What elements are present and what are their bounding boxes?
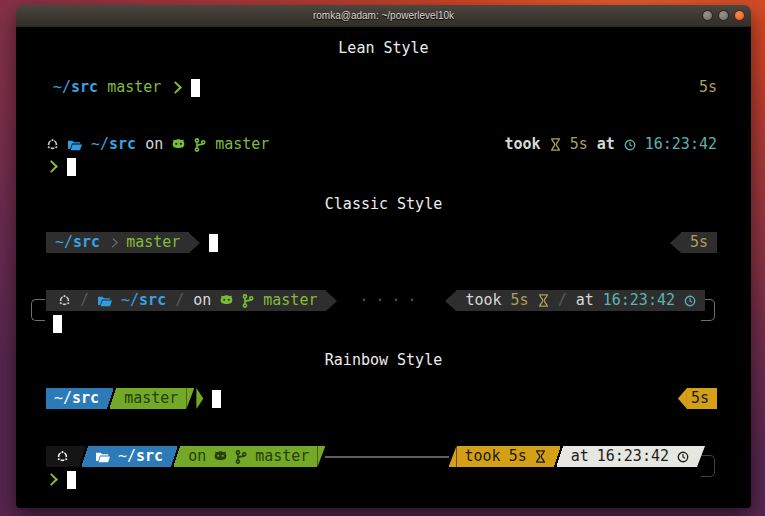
git-branch-label: master — [255, 446, 309, 467]
on-label: on — [188, 446, 206, 467]
github-octocat-icon — [214, 451, 227, 463]
powerline-right-segment: 5s — [678, 388, 717, 409]
current-directory: ~/src — [54, 388, 99, 409]
folder-icon — [98, 295, 112, 307]
chevron-right-icon — [169, 81, 182, 94]
terminal-cursor — [209, 234, 218, 252]
classic-prompt-two-line-top: / ~/src / on master ···· — [46, 290, 705, 311]
git-branch-icon — [194, 138, 206, 152]
section-title-rainbow: Rainbow Style — [16, 350, 751, 371]
duration-label: 5s — [690, 232, 708, 253]
powerline-arrow-icon — [189, 233, 200, 253]
maximize-button[interactable] — [718, 10, 729, 21]
folder-icon — [68, 139, 82, 151]
ubuntu-logo-icon — [58, 294, 71, 307]
duration-label: 5s — [511, 290, 529, 311]
took-label: took — [505, 134, 541, 155]
git-branch-label: master — [215, 134, 269, 155]
at-label: at — [597, 134, 615, 155]
powerline-end-icon — [317, 446, 325, 467]
on-label: on — [193, 290, 211, 311]
current-directory: ~/src — [121, 290, 166, 311]
window-controls — [702, 5, 745, 26]
powerline-end-icon — [697, 446, 705, 467]
hourglass-icon — [538, 294, 549, 307]
terminal-screen[interactable]: Lean Style ~/src master 5s — [16, 27, 751, 508]
powerline-arrow-icon — [670, 233, 681, 253]
ubuntu-logo-icon — [56, 450, 69, 463]
current-directory: ~/src — [55, 232, 100, 253]
duration-label: 5s — [691, 388, 709, 409]
powerline-tip-icon — [196, 388, 203, 409]
took-label: took — [465, 446, 501, 467]
segment-separator: / — [80, 290, 89, 311]
lean-prompt-single: ~/src master 5s — [53, 77, 717, 98]
chevron-right-icon — [45, 160, 58, 173]
segment-separator: / — [558, 290, 567, 311]
segment-separator: / — [175, 290, 184, 311]
time-label: 16:23:42 — [597, 446, 669, 467]
github-octocat-icon — [172, 139, 185, 151]
clock-icon — [677, 451, 689, 463]
current-directory: ~/src — [118, 446, 163, 467]
hourglass-icon — [535, 450, 546, 463]
github-octocat-icon — [220, 295, 233, 307]
powerline-separator-icon — [554, 446, 563, 467]
lean-prompt-two-line-top: ~/src on master took 5s at — [46, 134, 717, 155]
powerline-left-segments: ~/src master — [46, 388, 203, 409]
section-title-lean: Lean Style — [16, 38, 751, 59]
git-branch-icon — [242, 294, 254, 308]
minimize-button[interactable] — [702, 10, 713, 21]
powerline-arrow-icon — [326, 291, 337, 311]
gap-dots: ···· — [337, 290, 445, 311]
chevron-right-icon — [45, 473, 58, 486]
lean-prompt-two-line-bottom — [46, 156, 76, 177]
hourglass-icon — [550, 138, 561, 151]
powerline-start-icon — [449, 446, 457, 467]
clock-icon — [624, 139, 636, 151]
powerline-end-icon — [186, 388, 194, 409]
git-branch-label: master — [107, 77, 161, 98]
rainbow-prompt-two-line-top: ~/src on master took — [46, 446, 705, 467]
duration-label: 5s — [699, 77, 717, 98]
time-label: 16:23:42 — [645, 134, 717, 155]
ubuntu-logo-icon — [46, 138, 59, 151]
powerline-tip-icon — [678, 388, 687, 409]
terminal-cursor — [67, 471, 76, 489]
rainbow-prompt-single: ~/src master 5s — [46, 388, 717, 409]
duration-label: 5s — [570, 134, 588, 155]
section-title-classic: Classic Style — [16, 194, 751, 215]
took-label: took — [465, 290, 501, 311]
current-directory: ~/src — [53, 77, 98, 98]
window-title: romka@adam: ~/powerlevel10k — [313, 10, 454, 21]
prompt-frame-left — [31, 299, 45, 321]
git-branch-icon — [235, 450, 247, 464]
close-button[interactable] — [734, 10, 745, 21]
terminal-cursor — [191, 79, 200, 97]
clock-icon — [684, 295, 696, 307]
window-titlebar[interactable]: romka@adam: ~/powerlevel10k — [16, 5, 751, 27]
git-branch-label: master — [126, 232, 180, 253]
segment-separator-icon — [108, 238, 118, 248]
powerline-right-segment: 5s — [670, 232, 717, 253]
powerline-separator-icon — [79, 446, 88, 467]
classic-prompt-single: ~/src master 5s — [46, 232, 717, 253]
on-label: on — [145, 134, 163, 155]
terminal-cursor — [67, 158, 76, 176]
time-label: 16:23:42 — [603, 290, 675, 311]
terminal-cursor — [212, 390, 221, 408]
powerline-separator-icon — [107, 388, 116, 409]
folder-icon — [96, 451, 110, 463]
terminal-cursor — [53, 315, 62, 333]
terminal-window: romka@adam: ~/powerlevel10k Lean Style ~… — [16, 5, 751, 508]
powerline-left-segments: ~/src master — [46, 232, 200, 253]
prompt-connector-line — [325, 456, 448, 458]
at-label: at — [571, 446, 589, 467]
desktop-background: romka@adam: ~/powerlevel10k Lean Style ~… — [0, 0, 765, 516]
git-branch-label: master — [124, 388, 178, 409]
git-branch-label: master — [263, 290, 317, 311]
current-directory: ~/src — [91, 134, 136, 155]
powerline-separator-icon — [171, 446, 180, 467]
rainbow-prompt-two-line-bottom — [46, 469, 76, 490]
classic-prompt-two-line-bottom — [53, 313, 62, 334]
